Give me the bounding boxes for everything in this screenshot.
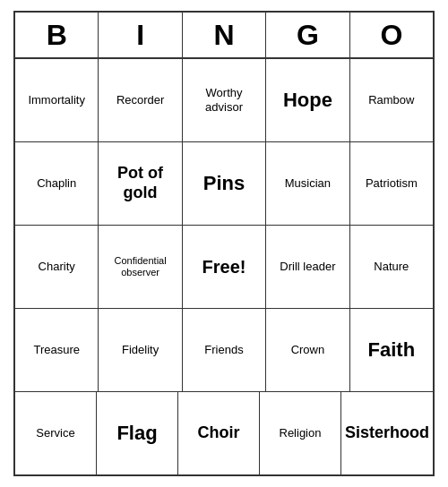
cell-r4-c0: Service <box>15 392 97 474</box>
cell-r0-c1: Recorder <box>99 59 182 141</box>
cell-r4-c4: Sisterhood <box>341 392 433 474</box>
bingo-row-4: ServiceFlagChoirReligionSisterhood <box>15 392 433 474</box>
cell-r3-c3: Crown <box>266 309 349 391</box>
bingo-body: ImmortalityRecorderWorthy advisorHopeRam… <box>15 59 433 474</box>
cell-r0-c4: Rambow <box>350 59 433 141</box>
header-letter-B: B <box>15 13 99 57</box>
header-letter-O: O <box>350 13 433 57</box>
bingo-header: BINGO <box>15 13 433 59</box>
cell-r1-c4: Patriotism <box>350 142 433 225</box>
cell-r4-c3: Religion <box>260 392 341 474</box>
cell-r3-c0: Treasure <box>15 309 99 391</box>
cell-r2-c2: Free! <box>183 226 266 308</box>
cell-r2-c4: Nature <box>350 226 433 308</box>
cell-r1-c1: Pot of gold <box>99 142 182 225</box>
cell-r1-c2: Pins <box>183 142 266 225</box>
cell-r3-c2: Friends <box>183 309 266 391</box>
cell-r4-c2: Choir <box>178 392 260 474</box>
cell-r3-c4: Faith <box>350 309 433 391</box>
bingo-row-3: TreasureFidelityFriendsCrownFaith <box>15 309 433 392</box>
bingo-card: BINGO ImmortalityRecorderWorthy advisorH… <box>13 11 435 476</box>
cell-r2-c1: Confidential observer <box>99 226 182 308</box>
bingo-row-1: ChaplinPot of goldPinsMusicianPatriotism <box>15 142 433 226</box>
cell-r3-c1: Fidelity <box>99 309 182 391</box>
header-letter-G: G <box>266 13 349 57</box>
bingo-row-0: ImmortalityRecorderWorthy advisorHopeRam… <box>15 59 433 142</box>
cell-r2-c3: Drill leader <box>266 226 349 308</box>
cell-r4-c1: Flag <box>97 392 178 474</box>
cell-r1-c0: Chaplin <box>15 142 99 225</box>
cell-r1-c3: Musician <box>266 142 349 225</box>
header-letter-N: N <box>183 13 266 57</box>
header-letter-I: I <box>99 13 182 57</box>
cell-r0-c3: Hope <box>266 59 349 141</box>
cell-r0-c0: Immortality <box>15 59 99 141</box>
bingo-row-2: CharityConfidential observerFree!Drill l… <box>15 226 433 309</box>
cell-r2-c0: Charity <box>15 226 99 308</box>
cell-r0-c2: Worthy advisor <box>183 59 266 141</box>
